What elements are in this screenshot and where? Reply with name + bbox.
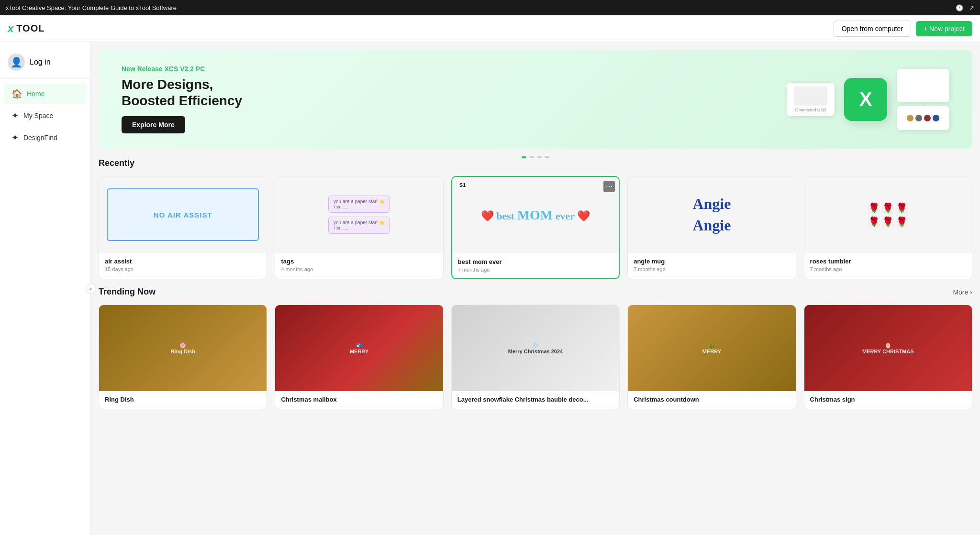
angie-display: Angie Angie [628,187,795,242]
title-bar-icons: 🕐 ↗ [956,4,974,11]
banner: New Release XCS V2.2 PC More Designs,Boo… [99,50,972,149]
rose-2: 🌹 [882,202,894,214]
logo-text: TOOL [16,23,45,34]
card-sub-tags: 4 months ago [281,266,437,272]
card-christmas-countdown[interactable]: 🎄MERRY Christmas countdown [627,305,796,409]
open-from-computer-button[interactable]: Open from computer [834,21,911,37]
card-image-countdown: 🎄MERRY [628,305,795,391]
card-angie-mug[interactable]: Angie Angie angie mug 7 months ago [627,176,796,279]
card-air-assist[interactable]: NO AIR ASSIST air assist 15 days ago [99,176,267,279]
banner-dot-3[interactable] [537,156,542,158]
banner-mockup-palette [897,106,949,130]
card-image-snowflake: ❄️Merry Christmas 2024 [452,305,619,391]
card-roses-tumbler[interactable]: 🌹 🌹 🌹 🌹 🌹 🌹 roses tumbler 7 months ago [804,176,972,279]
nav-actions: Open from computer + New project [834,21,972,37]
login-label: Log in [30,58,51,66]
card-body-christmas-sign: Christmas sign [804,391,972,409]
sidebar-item-home[interactable]: 🏠 Home [4,84,87,104]
trending-section: Trending Now More › 🌸Ring Dish Ring Dish [91,287,980,417]
sidebar-home-label: Home [27,90,45,98]
card-layered-snowflake[interactable]: ❄️Merry Christmas 2024 Layered snowflake… [451,305,620,409]
rose-5: 🌹 [882,216,894,228]
card-title-roses: roses tumbler [810,258,966,265]
angie-text-2: Angie [692,217,731,234]
card-image-merry: 🎅MERRY CHRISTMAS [804,305,972,391]
snowflake-preview: ❄️Merry Christmas 2024 [504,338,567,358]
card-title-best-mom: best mom ever [458,258,613,265]
sidebar-collapse-button[interactable]: ‹ [86,284,96,294]
card-title-countdown: Christmas countdown [634,396,790,403]
tags-preview: you are a paper star! ⭐Tier: ..... you a… [321,188,398,241]
no-air-assist-display: NO AIR ASSIST [107,188,259,241]
new-project-button[interactable]: + New project [916,21,972,36]
angie-text-1: Angie [692,195,731,213]
sidebar-item-myspace[interactable]: ✦ My Space [4,106,87,126]
banner-tag: New Release XCS V2.2 PC [122,65,535,73]
card-best-mom-ever[interactable]: S1 ⋯ ❤️ best MOM ever ❤️ best mom ever 7… [451,176,620,279]
card-sub-air-assist: 15 days ago [105,266,261,272]
card-ring-dish[interactable]: 🌸Ring Dish Ring Dish [99,305,267,409]
card-image-tags: you are a paper star! ⭐Tier: ..... you a… [275,176,443,253]
card-image-angie: Angie Angie [628,176,795,253]
card-body-christmas-mailbox: Christmas mailbox [275,391,443,409]
recently-section: Recently NO AIR ASSIST air assist 15 day… [91,158,980,287]
card-body-angie: angie mug 7 months ago [628,253,795,278]
top-nav: x TOOL Open from computer + New project [0,15,980,42]
trending-cards-grid: 🌸Ring Dish Ring Dish 📬MERRY Christmas ma… [99,305,972,409]
banner-dot-4[interactable] [545,156,549,158]
banner-mockup-ui [897,69,949,102]
recently-header: Recently [99,158,972,168]
trending-header: Trending Now More › [99,287,972,297]
rose-1: 🌹 [868,202,880,214]
card-menu-button[interactable]: ⋯ [603,181,615,192]
main-layout: 👤 Log in 🏠 Home ✦ My Space ✦ DesignFind … [0,42,980,535]
share-icon[interactable]: ↗ [969,4,974,11]
content: New Release XCS V2.2 PC More Designs,Boo… [91,42,980,535]
home-icon: 🏠 [11,88,22,99]
tag-item-2: you are a paper star! ⭐Tier: ..... [328,217,390,234]
card-image-best-mom: S1 ⋯ ❤️ best MOM ever ❤️ [452,177,619,253]
banner-title: More Designs,Boosted Efficiency [122,76,535,109]
logo-x-letter: x [8,22,13,35]
card-image-roses: 🌹 🌹 🌹 🌹 🌹 🌹 [804,176,972,253]
explore-more-button[interactable]: Explore More [122,116,185,133]
card-christmas-mailbox[interactable]: 📬MERRY Christmas mailbox [275,305,443,409]
s1-badge: S1 [456,181,469,189]
sidebar-user[interactable]: 👤 Log in [0,50,90,79]
card-title-air-assist: air assist [105,258,261,265]
card-body-tags: tags 4 months ago [275,253,443,278]
card-sub-best-mom: 7 months ago [458,267,613,273]
card-tags[interactable]: you are a paper star! ⭐Tier: ..... you a… [275,176,443,279]
banner-image: Connected USB X [535,69,949,130]
more-button[interactable]: More › [953,288,972,296]
card-christmas-sign[interactable]: 🎅MERRY CHRISTMAS Christmas sign [804,305,972,409]
card-title-ring-dish: Ring Dish [105,396,261,403]
card-title-christmas-sign: Christmas sign [810,396,966,403]
sidebar: 👤 Log in 🏠 Home ✦ My Space ✦ DesignFind … [0,42,91,535]
tag-item-1: you are a paper star! ⭐Tier: ..... [328,196,390,213]
banner-dot-2[interactable] [529,156,534,158]
chevron-right-icon: › [970,288,972,296]
logo: x TOOL [8,22,45,35]
card-image-air-assist: NO AIR ASSIST [99,176,267,253]
trending-title: Trending Now [99,287,156,297]
history-icon[interactable]: 🕐 [956,4,963,11]
avatar: 👤 [8,54,25,71]
sidebar-item-designfind[interactable]: ✦ DesignFind [4,128,87,148]
banner-mockup-device: Connected USB [787,83,835,116]
card-sub-angie: 7 months ago [634,266,790,272]
window-title: xTool Creative Space: Your Complete Guid… [6,4,177,11]
rose-6: 🌹 [896,216,908,228]
card-body-countdown: Christmas countdown [628,391,795,409]
card-body-ring-dish: Ring Dish [99,391,267,409]
more-label: More [953,288,968,296]
card-title-angie: angie mug [634,258,790,265]
card-sub-roses: 7 months ago [810,266,966,272]
rose-3: 🌹 [896,202,908,214]
sidebar-myspace-label: My Space [23,112,53,120]
banner-dot-1[interactable] [522,156,526,158]
countdown-preview: 🎄MERRY [699,338,725,358]
sidebar-designfind-label: DesignFind [23,134,57,142]
designfind-icon: ✦ [11,132,19,143]
banner-xtool-icon: X [844,78,887,121]
